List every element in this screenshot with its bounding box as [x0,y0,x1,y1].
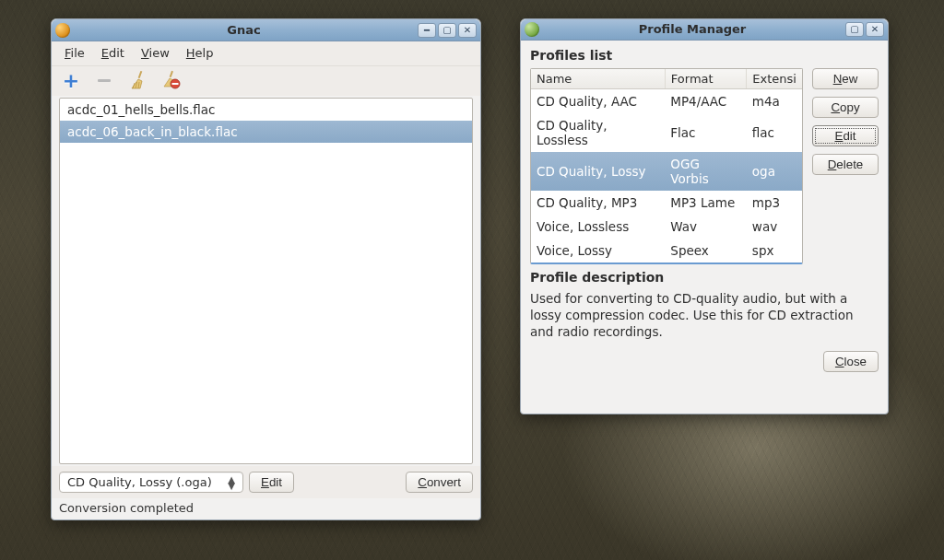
menu-view[interactable]: View [134,44,177,62]
gnac-title: Gnac [76,23,412,37]
close-button[interactable]: ✕ [458,23,477,38]
status-bar: Conversion completed [52,498,480,519]
profile-manager-window: Profile Manager ▢ ✕ Profiles list Name F… [520,18,889,414]
pm-app-icon [525,22,539,37]
profile-row[interactable]: CD Quality, Lossy OGG Vorbis oga [531,152,802,191]
profile-combo-label: CD Quality, Lossy (.oga) [67,475,224,489]
svg-rect-0 [138,71,143,78]
file-row[interactable]: acdc_06_back_in_black.flac [60,121,472,143]
close-profile-manager-button[interactable]: Close [823,351,879,372]
convert-button[interactable]: Convert [406,472,473,493]
profile-row[interactable]: CD Quality, AAC MP4/AAC m4a [531,88,802,113]
remove-file-icon[interactable] [94,70,114,90]
maximize-button[interactable]: ▢ [845,22,864,37]
profile-row[interactable]: CD Quality, MP3 MP3 Lame mp3 [531,191,802,215]
file-list[interactable]: acdc_01_hells_bells.flac acdc_06_back_in… [59,98,473,464]
col-format[interactable]: Format [665,69,747,89]
svg-rect-1 [170,71,173,77]
profiles-list-label: Profiles list [530,48,879,63]
minimize-button[interactable]: ━ [418,23,436,38]
profile-description-text: Used for converting to CD-quality audio,… [530,290,879,341]
menu-help[interactable]: Help [179,44,221,62]
svg-rect-3 [172,83,179,85]
col-extension[interactable]: Extensi [747,69,802,89]
copy-profile-button[interactable]: Copy [812,97,879,118]
file-row[interactable]: acdc_01_hells_bells.flac [60,99,472,121]
menu-file[interactable]: File [57,44,92,62]
add-file-icon[interactable]: + [61,70,81,90]
profiles-table[interactable]: Name Format Extensi CD Quality, AAC MP4/… [530,68,803,264]
menu-edit[interactable]: Edit [94,44,132,62]
close-button[interactable]: ✕ [866,22,884,37]
new-profile-button[interactable]: New [812,68,879,89]
profile-row[interactable]: CD Quality, Lossless Flac flac [531,113,802,152]
clear-errors-icon[interactable] [160,70,181,90]
bottom-bar: CD Quality, Lossy (.oga) ▲▼ Edit Convert [52,466,480,498]
maximize-button[interactable]: ▢ [438,23,456,38]
profile-description-label: Profile description [530,270,879,285]
profile-row[interactable]: Voice, Lossless Wav wav [531,215,802,239]
toolbar: + [52,66,480,96]
delete-profile-button[interactable]: Delete [812,154,879,175]
clear-list-icon[interactable] [127,70,148,90]
gnac-window: Gnac ━ ▢ ✕ File Edit View Help + [51,18,481,520]
profile-row[interactable]: Voice, Lossy Speex spx [531,239,802,262]
gnac-app-icon [55,23,70,38]
col-name[interactable]: Name [531,69,665,89]
gnac-titlebar[interactable]: Gnac ━ ▢ ✕ [52,19,480,41]
combo-spinner-icon[interactable]: ▲▼ [224,476,239,489]
menubar: File Edit View Help [52,41,480,66]
edit-profile-button[interactable]: Edit [812,125,879,146]
pm-title: Profile Manager [545,22,840,36]
profile-combo[interactable]: CD Quality, Lossy (.oga) ▲▼ [59,472,243,493]
pm-titlebar[interactable]: Profile Manager ▢ ✕ [521,19,888,41]
edit-profile-button[interactable]: Edit [249,472,294,493]
